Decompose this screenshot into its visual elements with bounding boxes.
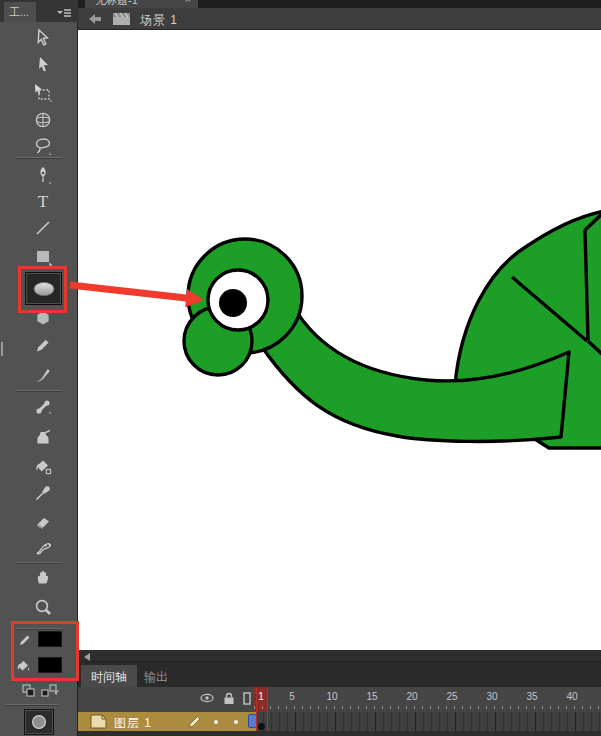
timeline-panel: 时间轴 输出 1 5 10 15 20 (78, 650, 601, 736)
hand-tool-icon[interactable] (24, 565, 62, 589)
deco-spray-tool-icon[interactable] (24, 535, 62, 559)
document-tab[interactable]: 无标题-1 × (85, 0, 198, 8)
lock-icon[interactable] (223, 692, 235, 705)
edit-bar: 场景 1 (78, 8, 601, 30)
toolbar-divider (16, 157, 62, 158)
tab-close-icon[interactable]: × (185, 0, 191, 5)
keyframe-dot[interactable] (258, 723, 265, 730)
document-area: 无标题-1 × 场景 1 (78, 0, 601, 736)
bone-tool-icon[interactable] (24, 395, 62, 419)
layer-page-icon (90, 714, 107, 729)
toolbar-divider (4, 704, 60, 705)
tab-timeline[interactable]: 时间轴 (81, 665, 137, 687)
layer-visibility-dot[interactable] (214, 720, 218, 724)
highlight-box-oval-tool (18, 266, 67, 313)
tools-panel-titlebar: 工... (0, 0, 78, 22)
show-hide-eye-icon[interactable] (200, 692, 214, 704)
back-arrow-icon[interactable] (88, 13, 102, 25)
panel-edge-grip[interactable] (0, 341, 4, 357)
text-tool-icon[interactable]: T (24, 190, 62, 214)
layer-name[interactable]: 图层 1 (114, 715, 152, 732)
toolbar-divider (16, 390, 62, 391)
playhead-line[interactable] (267, 687, 268, 731)
layer-row[interactable]: 图层 1 (78, 712, 601, 731)
turtle-drawing[interactable] (78, 30, 601, 650)
default-colors-icon[interactable] (22, 683, 36, 701)
layer-edit-pencil-icon (188, 715, 203, 728)
line-tool-icon[interactable] (24, 216, 62, 240)
pencil-tool-icon[interactable] (24, 333, 62, 357)
flash-editor-window: 工... T (0, 0, 601, 736)
breadcrumb-scene-label: 场景 1 (140, 12, 178, 29)
document-tab-bar: 无标题-1 × (78, 0, 601, 8)
layer-frames-track[interactable] (256, 712, 601, 731)
layer-lock-dot[interactable] (234, 720, 238, 724)
document-tab-title: 无标题-1 (95, 0, 138, 8)
toolbar-divider (16, 562, 62, 563)
tools-panel-title: 工... (4, 2, 36, 22)
swap-colors-icon[interactable] (41, 683, 59, 701)
layer-name-cell[interactable]: 图层 1 (78, 712, 256, 731)
eraser-tool-icon[interactable] (24, 510, 62, 534)
collapse-panel-icon[interactable] (84, 653, 90, 661)
turtle-pupil (219, 289, 247, 317)
ink-bottle-tool-icon[interactable] (24, 425, 62, 449)
eyedropper-tool-icon[interactable] (24, 481, 62, 505)
zoom-tool-icon[interactable] (24, 595, 62, 619)
tab-output[interactable]: 输出 (134, 665, 178, 687)
playhead-line[interactable] (256, 687, 257, 731)
ruler-ticks (254, 706, 601, 709)
highlight-box-color-swatches (11, 621, 79, 681)
outline-color-icon[interactable] (243, 692, 251, 705)
selection-tool-icon[interactable] (24, 26, 62, 50)
rectangle-tool-icon[interactable] (24, 244, 62, 268)
timeline-header: 1 5 10 15 20 25 30 35 40 (78, 687, 601, 712)
timeline-top-strip (78, 650, 601, 662)
3d-rotation-tool-icon[interactable] (24, 108, 62, 132)
stage-canvas[interactable] (78, 30, 601, 650)
scene-clapperboard-icon (112, 12, 131, 26)
timeline-bottom-filler (78, 731, 601, 736)
pen-tool-icon[interactable] (24, 163, 62, 187)
timeline-tab-bar: 时间轴 输出 (78, 662, 601, 687)
lasso-tool-icon[interactable] (24, 134, 62, 158)
panel-menu-icon[interactable] (56, 5, 72, 23)
paint-bucket-tool-icon[interactable] (24, 455, 62, 479)
subselection-tool-icon[interactable] (24, 53, 62, 77)
brush-tool-icon[interactable] (24, 363, 62, 387)
object-drawing-toggle[interactable] (24, 709, 54, 735)
free-transform-tool-icon[interactable] (24, 80, 62, 104)
